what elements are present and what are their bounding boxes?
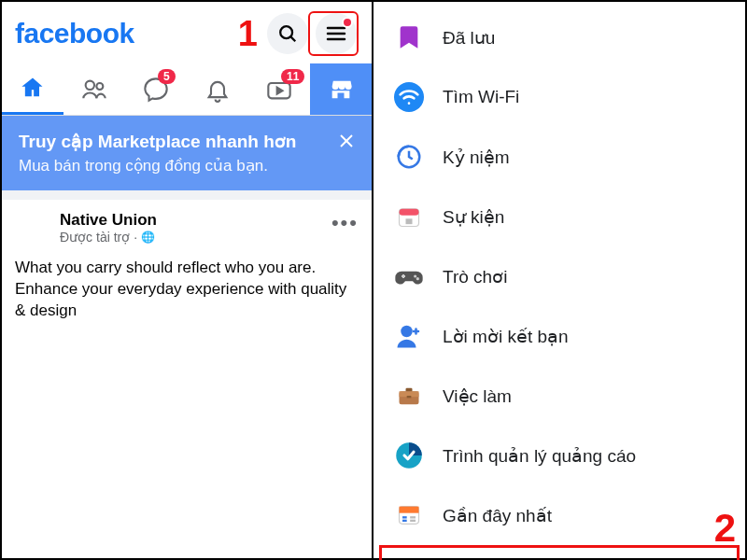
calendar-icon xyxy=(390,198,428,235)
menu-label: Việc làm xyxy=(443,385,512,407)
menu-label: Kỷ niệm xyxy=(443,147,510,168)
svg-rect-13 xyxy=(400,209,419,216)
tab-messenger[interactable]: 5 xyxy=(125,63,187,115)
svg-line-1 xyxy=(291,37,296,42)
tab-friends[interactable] xyxy=(63,63,125,115)
svg-rect-14 xyxy=(406,218,413,224)
facebook-logo: facebook xyxy=(15,18,134,49)
search-icon xyxy=(277,23,298,44)
menu-item-games[interactable]: Trò chơi xyxy=(374,246,745,306)
menu-item-saved[interactable]: Đã lưu xyxy=(374,7,745,67)
bookmark-icon xyxy=(390,19,428,56)
svg-point-16 xyxy=(416,277,419,280)
svg-rect-21 xyxy=(407,396,412,398)
post-author[interactable]: Native Union xyxy=(60,211,157,230)
menu-label: Sự kiện xyxy=(443,206,504,228)
banner-close-button[interactable] xyxy=(338,131,355,155)
tab-notifications[interactable] xyxy=(187,63,248,115)
menu-label: Đã lưu xyxy=(443,27,495,49)
menu-label: Trình quản lý quảng cáo xyxy=(443,445,636,467)
svg-point-17 xyxy=(401,326,413,338)
marketplace-banner-title: Truy cập Marketplace nhanh hơn xyxy=(19,131,355,152)
menu-label: Lời mời kết bạn xyxy=(443,326,569,347)
menu-item-recent[interactable]: Gần đây nhất xyxy=(374,485,745,545)
tab-home[interactable] xyxy=(2,63,63,115)
marketplace-icon xyxy=(328,77,354,103)
menu-button[interactable] xyxy=(316,13,357,54)
close-icon xyxy=(338,133,355,149)
post-more-button[interactable]: ••• xyxy=(331,211,359,235)
recent-icon xyxy=(390,497,428,534)
friends-icon xyxy=(81,77,107,103)
clock-icon xyxy=(390,138,428,175)
globe-icon: 🌐 xyxy=(141,231,155,244)
menu-item-events[interactable]: Sự kiện xyxy=(374,187,745,246)
watch-badge: 11 xyxy=(281,69,304,84)
step-1-annotation: 1 xyxy=(238,14,258,54)
menu-item-settings[interactable]: Cài đặt xyxy=(382,548,737,560)
notification-dot-icon xyxy=(342,17,353,28)
menu-item-ads-manager[interactable]: Trình quản lý quảng cáo xyxy=(374,426,745,485)
marketplace-banner: Truy cập Marketplace nhanh hơn Mua bán t… xyxy=(2,116,372,190)
svg-rect-25 xyxy=(402,516,407,518)
svg-rect-24 xyxy=(400,507,419,513)
menu-item-wifi[interactable]: Tìm Wi-Fi xyxy=(374,67,745,127)
ads-icon xyxy=(390,437,428,474)
svg-point-15 xyxy=(414,274,416,277)
menu-item-friend-requests[interactable]: Lời mời kết bạn xyxy=(374,306,745,366)
step-2-annotation: 2 xyxy=(714,506,736,551)
bell-icon xyxy=(204,77,231,103)
menu-label: Tìm Wi-Fi xyxy=(443,87,519,107)
wifi-icon xyxy=(390,78,428,116)
svg-point-5 xyxy=(86,80,94,89)
svg-rect-20 xyxy=(406,388,413,392)
menu-label: Trò chơi xyxy=(443,266,507,287)
svg-rect-26 xyxy=(402,520,407,522)
svg-rect-28 xyxy=(410,520,416,522)
marketplace-banner-subtitle: Mua bán trong cộng đồng của bạn. xyxy=(19,156,355,175)
menu-panel: Đã lưu Tìm Wi-Fi Kỷ niệm Sự kiện xyxy=(374,2,745,558)
friend-request-icon xyxy=(390,317,428,355)
search-button[interactable] xyxy=(267,13,308,54)
post-meta: Được tài trợ · 🌐 xyxy=(60,230,157,245)
messenger-badge: 5 xyxy=(158,69,176,84)
gamepad-icon xyxy=(390,258,428,295)
home-icon xyxy=(20,75,46,101)
svg-point-0 xyxy=(280,26,292,38)
tab-watch[interactable]: 11 xyxy=(248,63,310,115)
menu-item-memories[interactable]: Kỷ niệm xyxy=(374,127,745,187)
facebook-feed-panel: facebook 1 5 xyxy=(2,2,374,558)
feed-post: Native Union Được tài trợ · 🌐 ••• What y… xyxy=(2,200,372,333)
briefcase-icon xyxy=(390,377,428,414)
settings-highlight: Cài đặt xyxy=(379,545,740,560)
post-body: What you carry should reflect who you ar… xyxy=(15,258,359,322)
menu-label: Gần đây nhất xyxy=(443,505,552,526)
menu-item-jobs[interactable]: Việc làm xyxy=(374,366,745,426)
svg-rect-27 xyxy=(410,516,416,518)
tab-marketplace[interactable] xyxy=(310,63,372,115)
app-header: facebook 1 xyxy=(2,2,372,63)
svg-point-6 xyxy=(96,83,103,90)
tab-bar: 5 11 xyxy=(2,63,372,116)
